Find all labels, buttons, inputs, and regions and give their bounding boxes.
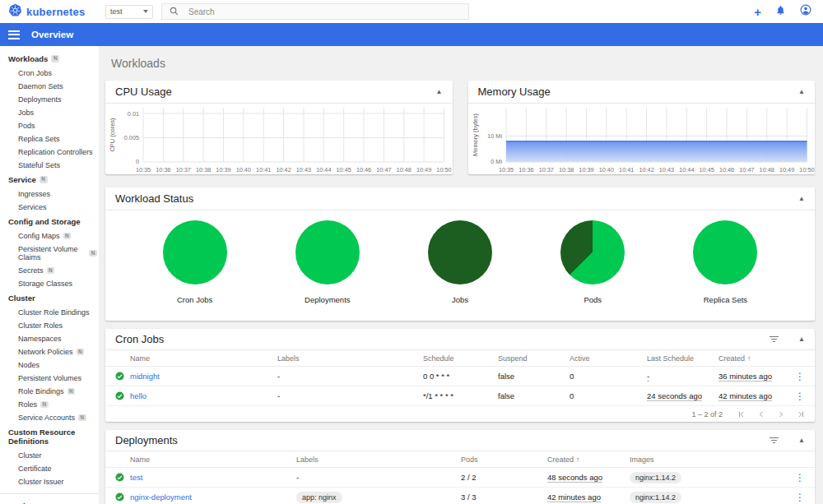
sidebar-item-cluster-issuer[interactable]: Cluster Issuer <box>0 475 99 488</box>
sidebar-item-network-policies[interactable]: Network PoliciesN <box>0 345 99 358</box>
sidebar-item-service-accounts[interactable]: Service AccountsN <box>0 411 99 424</box>
resource-link[interactable]: hello <box>130 391 146 400</box>
sidebar-item-ingresses[interactable]: Ingresses <box>0 187 99 201</box>
deployments-card: Deployments ▲ NameLabelsPodsCreated↑Imag… <box>105 430 815 504</box>
sidebar-item-persistent-volume-claims[interactable]: Persistent Volume ClaimsN <box>0 243 99 264</box>
resource-link[interactable]: test <box>130 473 142 482</box>
top-header: kubernetes test + <box>0 0 823 23</box>
cron-jobs-pagination: 1 – 2 of 2 <box>105 406 815 422</box>
sidebar-item-certificate[interactable]: Certificate <box>0 462 99 475</box>
sidebar-item-label: Cluster <box>18 451 42 460</box>
column-header-schedule[interactable]: Schedule <box>423 354 498 363</box>
memory-usage-card: Memory Usage ▲ 10:3510:3610:3710:3810:39… <box>468 81 816 174</box>
cell-created: 42 minutes ago <box>718 391 785 400</box>
column-header-last-schedule[interactable]: Last Schedule <box>647 354 718 363</box>
column-header-name[interactable]: Name <box>130 354 277 363</box>
filter-icon[interactable] <box>770 437 779 444</box>
search-input[interactable] <box>187 7 461 17</box>
collapse-caret-icon[interactable]: ▲ <box>798 437 805 444</box>
column-header-suspend[interactable]: Suspend <box>498 354 570 363</box>
table-header-row: NameLabelsScheduleSuspendActiveLast Sche… <box>105 350 815 367</box>
column-header-created[interactable]: Created↑ <box>718 354 785 363</box>
filter-icon[interactable] <box>770 336 779 343</box>
cell-value: - <box>277 372 280 381</box>
sidebar-item-cluster-roles[interactable]: Cluster Roles <box>0 319 99 332</box>
sidebar-divider <box>0 493 99 494</box>
sidebar-item-daemon-sets[interactable]: Daemon Sets <box>0 80 99 93</box>
next-page-icon[interactable] <box>777 410 785 418</box>
sidebar-item-deployments[interactable]: Deployments <box>0 93 99 106</box>
row-kebab-menu-icon[interactable]: ⋮ <box>785 472 815 483</box>
sidebar-item-persistent-volumes[interactable]: Persistent Volumes <box>0 372 99 385</box>
cron-jobs-card: Cron Jobs ▲ NameLabelsScheduleSuspendAct… <box>105 329 815 422</box>
sidebar-nav: WorkloadsNCron JobsDaemon SetsDeployment… <box>0 46 99 504</box>
column-header-labels[interactable]: Labels <box>296 455 461 464</box>
namespace-selector[interactable]: test <box>105 5 153 19</box>
workload-status-pies: Cron JobsDeploymentsJobsPodsReplica Sets <box>105 210 815 321</box>
resource-link[interactable]: midnight <box>130 372 160 381</box>
sidebar-item-nodes[interactable]: Nodes <box>0 358 99 372</box>
column-header-name[interactable]: Name <box>130 455 296 464</box>
svg-text:10:47: 10:47 <box>739 166 754 173</box>
sidebar-item-stateful-sets[interactable]: Stateful Sets <box>0 159 99 172</box>
search-bar[interactable] <box>161 3 469 20</box>
sidebar-item-label: Certificate <box>18 465 52 473</box>
column-header-images[interactable]: Images <box>630 455 785 464</box>
row-kebab-menu-icon[interactable]: ⋮ <box>785 371 815 382</box>
user-account-icon[interactable] <box>800 4 811 19</box>
label-chip: nginx:1.14.2 <box>630 492 681 503</box>
sidebar-group-label: Workloads <box>8 54 48 63</box>
overview-toolbar: Overview <box>0 23 823 46</box>
sidebar-group-service[interactable]: ServiceN <box>0 172 99 187</box>
sidebar-item-cron-jobs[interactable]: Cron Jobs <box>0 67 99 80</box>
sidebar-item-cluster[interactable]: Cluster <box>0 449 99 462</box>
resource-link[interactable]: nginx-deployment <box>130 492 192 502</box>
collapse-caret-icon[interactable]: ▲ <box>798 336 805 343</box>
sidebar-item-role-bindings[interactable]: Role BindingsN <box>0 385 99 398</box>
row-kebab-menu-icon[interactable]: ⋮ <box>785 492 815 503</box>
column-header-pods[interactable]: Pods <box>461 455 547 464</box>
collapse-caret-icon[interactable]: ▲ <box>436 89 443 95</box>
svg-text:10:44: 10:44 <box>679 166 694 173</box>
sidebar-item-config-maps[interactable]: Config MapsN <box>0 229 99 243</box>
notifications-bell-icon[interactable] <box>775 4 786 19</box>
column-header-labels[interactable]: Labels <box>277 354 423 363</box>
sidebar-item-storage-classes[interactable]: Storage Classes <box>0 277 99 290</box>
sidebar-item-roles[interactable]: RolesN <box>0 398 99 411</box>
sidebar-item-replica-sets[interactable]: Replica Sets <box>0 132 99 146</box>
first-page-icon[interactable] <box>737 410 746 418</box>
sidebar-item-services[interactable]: Services <box>0 201 99 214</box>
last-page-icon[interactable] <box>797 410 805 418</box>
sidebar-item-label: Config Maps <box>18 232 60 240</box>
cell-suspend: false <box>498 391 570 400</box>
cpu-usage-title: CPU Usage <box>115 86 172 98</box>
collapse-caret-icon[interactable]: ▲ <box>798 196 805 202</box>
collapse-caret-icon[interactable]: ▲ <box>798 89 805 95</box>
pie-chart <box>428 220 492 284</box>
svg-text:0.005: 0.005 <box>124 134 139 141</box>
kubernetes-logo[interactable]: kubernetes <box>0 3 97 21</box>
menu-hamburger-icon[interactable] <box>8 30 20 39</box>
sidebar-item-settings[interactable]: Settings <box>0 498 99 504</box>
sidebar-group-custom-resource-definitions[interactable]: Custom Resource Definitions <box>0 424 99 449</box>
sidebar-item-replication-controllers[interactable]: Replication Controllers <box>0 146 99 159</box>
memory-usage-title: Memory Usage <box>478 86 551 98</box>
row-kebab-menu-icon[interactable]: ⋮ <box>785 391 815 402</box>
sidebar-item-jobs[interactable]: Jobs <box>0 106 99 119</box>
create-plus-icon[interactable]: + <box>754 6 761 18</box>
cron-jobs-title: Cron Jobs <box>115 333 164 345</box>
sidebar-item-label: Storage Classes <box>18 280 72 288</box>
column-header-created[interactable]: Created↑ <box>547 455 630 464</box>
sidebar-item-pods[interactable]: Pods <box>0 119 99 132</box>
sidebar-item-namespaces[interactable]: Namespaces <box>0 332 99 345</box>
sidebar-item-secrets[interactable]: SecretsN <box>0 264 99 277</box>
label-chip: app: nginx <box>296 492 342 503</box>
sidebar-group-cluster[interactable]: Cluster <box>0 290 99 306</box>
sidebar-group-config-and-storage[interactable]: Config and Storage <box>0 214 99 229</box>
sidebar-group-workloads[interactable]: WorkloadsN <box>0 51 99 67</box>
column-header-active[interactable]: Active <box>570 354 647 363</box>
sidebar-item-cluster-role-bindings[interactable]: Cluster Role Bindings <box>0 306 99 319</box>
logo-wordmark: kubernetes <box>26 6 85 18</box>
cell-value: - <box>647 372 649 381</box>
previous-page-icon[interactable] <box>757 410 765 418</box>
